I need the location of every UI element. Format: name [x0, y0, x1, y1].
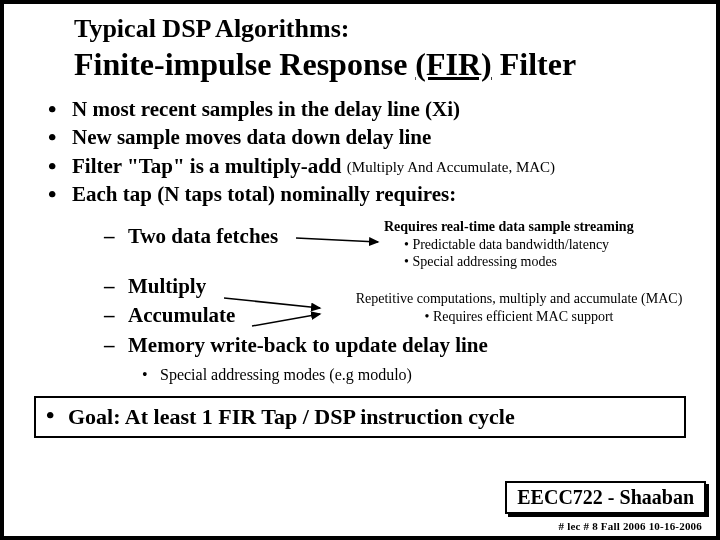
- course-text: EECC722 - Shaaban: [517, 486, 694, 508]
- course-box: EECC722 - Shaaban: [505, 481, 706, 514]
- inline-note-mac: (Multiply And Accumulate, MAC): [347, 159, 555, 175]
- dash-text: Memory write-back to update delay line: [128, 333, 488, 357]
- bullet-text: N most recent samples in the delay line …: [72, 97, 460, 121]
- title-part-c: Filter: [492, 46, 576, 82]
- note-mac: Repetitive computations, multiply and ac…: [324, 290, 714, 325]
- bullet-item: Filter "Tap" is a multiply-add (Multiply…: [44, 152, 686, 180]
- dash-text: Two data fetches: [128, 224, 278, 248]
- goal-text: Goal: At least 1 FIR Tap / DSP instructi…: [40, 404, 674, 430]
- note-line: Requires efficient MAC support: [324, 308, 714, 326]
- goal-box: Goal: At least 1 FIR Tap / DSP instructi…: [34, 396, 686, 438]
- bullet-item: New sample moves data down delay line: [44, 123, 686, 151]
- dot-list: Special addressing modes (e.g modulo): [44, 366, 686, 384]
- footer-meta-text: # lec # 8 Fall 2006 10-16-2006: [559, 520, 702, 532]
- dash-text: Accumulate: [128, 303, 235, 327]
- title-underline: (FIR): [415, 46, 491, 82]
- note-title: Repetitive computations, multiply and ac…: [324, 290, 714, 308]
- note-stream: Requires real-time data sample streaming…: [384, 218, 714, 271]
- note-line: Special addressing modes: [404, 253, 714, 271]
- bullet-text: Filter "Tap" is a multiply-add: [72, 154, 342, 178]
- bullet-item: Each tap (N taps total) nominally requir…: [44, 180, 686, 208]
- note-title: Requires real-time data sample streaming: [384, 218, 714, 236]
- bullet-text: Each tap (N taps total) nominally requir…: [72, 182, 456, 206]
- slide-subtitle: Typical DSP Algorithms:: [74, 14, 676, 44]
- note-line: Predictable data bandwidth/latency: [404, 236, 714, 254]
- dash-text: Multiply: [128, 274, 206, 298]
- sub-block: Two data fetches Requires real-time data…: [44, 222, 686, 384]
- footer-meta: # lec # 8 Fall 2006 10-16-2006: [559, 520, 702, 532]
- dot-item: Special addressing modes (e.g modulo): [142, 366, 686, 384]
- slide-title: Finite-impulse Response (FIR) Filter: [74, 46, 676, 83]
- title-part-a: Finite-impulse Response: [74, 46, 415, 82]
- dash-item: Memory write-back to update delay line: [104, 331, 686, 360]
- bullet-item: N most recent samples in the delay line …: [44, 95, 686, 123]
- main-bullet-list: N most recent samples in the delay line …: [44, 95, 686, 208]
- bullet-text: New sample moves data down delay line: [72, 125, 431, 149]
